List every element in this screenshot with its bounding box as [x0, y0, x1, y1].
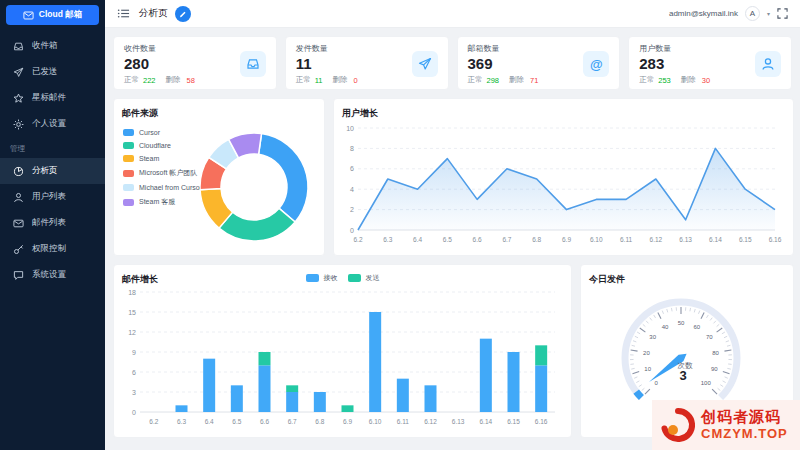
- svg-text:3: 3: [679, 368, 686, 383]
- stat-deleted-value: 0: [354, 76, 358, 85]
- svg-text:80: 80: [712, 350, 719, 356]
- star-icon: [13, 93, 24, 104]
- watermark-logo-icon: [660, 407, 696, 443]
- fullscreen-icon[interactable]: [777, 8, 788, 19]
- svg-text:8: 8: [350, 145, 354, 152]
- svg-text:6.11: 6.11: [397, 418, 410, 425]
- svg-text:6.15: 6.15: [507, 418, 520, 425]
- stat-deleted-value: 30: [702, 76, 710, 85]
- svg-text:0: 0: [655, 380, 659, 386]
- stat-deleted-value: 58: [187, 76, 195, 85]
- brand-button[interactable]: Cloud 邮箱: [6, 5, 99, 25]
- sidebar-item-user-list[interactable]: 用户列表: [0, 184, 105, 210]
- svg-text:6.14: 6.14: [480, 418, 493, 425]
- sidebar-menu: 收件箱 已发送 星标邮件: [0, 33, 105, 137]
- inbox-icon: [13, 41, 24, 52]
- svg-text:90: 90: [711, 366, 718, 372]
- charts-row-1: 邮件来源 Cursor Cloudflare Steam Microsoft 帐…: [113, 98, 792, 256]
- svg-text:10: 10: [346, 125, 354, 132]
- svg-text:6.8: 6.8: [532, 236, 541, 243]
- legend-item[interactable]: Cloudflare: [123, 142, 202, 149]
- sidebar-item-label: 分析页: [32, 165, 58, 177]
- stat-deleted-value: 71: [530, 76, 538, 85]
- legend-item[interactable]: Microsoft 帐户团队: [123, 168, 202, 178]
- send-icon: [412, 51, 438, 77]
- sidebar-item-permissions[interactable]: 权限控制: [0, 236, 105, 262]
- svg-text:9: 9: [132, 349, 136, 356]
- sidebar-admin-menu: 分析页 用户列表 邮件列表 权限控制: [0, 158, 105, 288]
- svg-text:6.6: 6.6: [473, 236, 482, 243]
- stat-card-users: 用户数量 283 正常 253 删除 30: [628, 36, 792, 90]
- legend-label: Microsoft 帐户团队: [139, 168, 197, 178]
- svg-text:0: 0: [132, 409, 136, 416]
- legend-item[interactable]: Michael from Cursor: [123, 184, 202, 191]
- legend-label: Steam: [139, 155, 159, 162]
- at-icon: @: [583, 51, 609, 77]
- svg-text:18: 18: [128, 289, 136, 296]
- legend-label: 接收: [324, 273, 338, 283]
- header: 分析页 admin@skymail.ink A ▾: [105, 0, 800, 28]
- watermark-badge[interactable]: 创码者源码 CMZYM.TOP: [652, 400, 800, 450]
- legend-item[interactable]: 接收: [306, 273, 338, 283]
- stat-normal-label: 正常: [296, 75, 311, 85]
- sidebar-item-label: 系统设置: [32, 269, 66, 281]
- svg-text:6.12: 6.12: [650, 236, 663, 243]
- user-email[interactable]: admin@skymail.ink: [669, 9, 738, 18]
- sidebar-item-sent[interactable]: 已发送: [0, 59, 105, 85]
- legend-chip: [123, 184, 134, 191]
- legend-chip: [306, 274, 319, 282]
- gear-icon: [13, 119, 24, 130]
- svg-text:6.13: 6.13: [452, 418, 465, 425]
- svg-text:50: 50: [678, 320, 685, 326]
- sidebar-item-label: 星标邮件: [32, 92, 66, 104]
- svg-text:6.3: 6.3: [383, 236, 392, 243]
- legend-label: Cursor: [139, 129, 160, 136]
- legend-item[interactable]: Steam 客服: [123, 197, 202, 207]
- edit-page-button[interactable]: [175, 6, 191, 22]
- svg-text:6.16: 6.16: [535, 418, 548, 425]
- svg-text:70: 70: [706, 334, 713, 340]
- legend-label: Michael from Cursor: [139, 184, 202, 191]
- pie-icon: [13, 166, 24, 177]
- user-growth-chart: 02468106.26.36.46.56.66.76.86.96.106.116…: [342, 120, 785, 246]
- sidebar-item-mail-list[interactable]: 邮件列表: [0, 210, 105, 236]
- watermark-text: 创码者源码: [701, 409, 788, 426]
- avatar[interactable]: A: [745, 6, 760, 21]
- legend-item[interactable]: 发送: [348, 273, 380, 283]
- svg-text:15: 15: [128, 309, 136, 316]
- mail-growth-card: 邮件增长 接收 发送 03691215186.26.36.46.56.66.76…: [113, 264, 572, 438]
- svg-text:6.4: 6.4: [205, 418, 214, 425]
- chat-icon: [13, 270, 24, 281]
- svg-text:6.6: 6.6: [260, 418, 269, 425]
- chart-title: 今日发件: [581, 265, 793, 286]
- user-icon: [13, 192, 24, 203]
- svg-text:6.10: 6.10: [369, 418, 382, 425]
- legend-item[interactable]: Steam: [123, 155, 202, 162]
- svg-text:30: 30: [649, 334, 656, 340]
- stat-normal-label: 正常: [639, 75, 654, 85]
- sidebar-item-starred[interactable]: 星标邮件: [0, 85, 105, 111]
- bar-legend: 接收 发送: [306, 273, 380, 283]
- stat-normal-label: 正常: [468, 75, 483, 85]
- sidebar-item-personal-settings[interactable]: 个人设置: [0, 111, 105, 137]
- svg-text:6.10: 6.10: [590, 236, 603, 243]
- svg-text:10: 10: [644, 366, 651, 372]
- svg-text:6.9: 6.9: [343, 418, 352, 425]
- svg-text:20: 20: [643, 350, 650, 356]
- collapse-menu-icon[interactable]: [117, 7, 130, 20]
- svg-text:0: 0: [350, 227, 354, 234]
- svg-text:6.8: 6.8: [315, 418, 324, 425]
- svg-text:6.2: 6.2: [149, 418, 158, 425]
- sidebar-item-analytics[interactable]: 分析页: [0, 158, 105, 184]
- legend-item[interactable]: Cursor: [123, 129, 202, 136]
- inbox-icon: [240, 51, 266, 77]
- chevron-down-icon[interactable]: ▾: [767, 10, 770, 17]
- donut-chart: [200, 127, 320, 251]
- sidebar-item-system-settings[interactable]: 系统设置: [0, 262, 105, 288]
- sidebar-item-inbox[interactable]: 收件箱: [0, 33, 105, 59]
- legend-label: Cloudflare: [139, 142, 171, 149]
- mail-sources-card: 邮件来源 Cursor Cloudflare Steam Microsoft 帐…: [113, 98, 325, 256]
- stat-card-received: 收件数量 280 正常 222 删除 58: [113, 36, 277, 90]
- envelope-icon: [23, 10, 34, 21]
- stat-normal-value: 298: [487, 76, 500, 85]
